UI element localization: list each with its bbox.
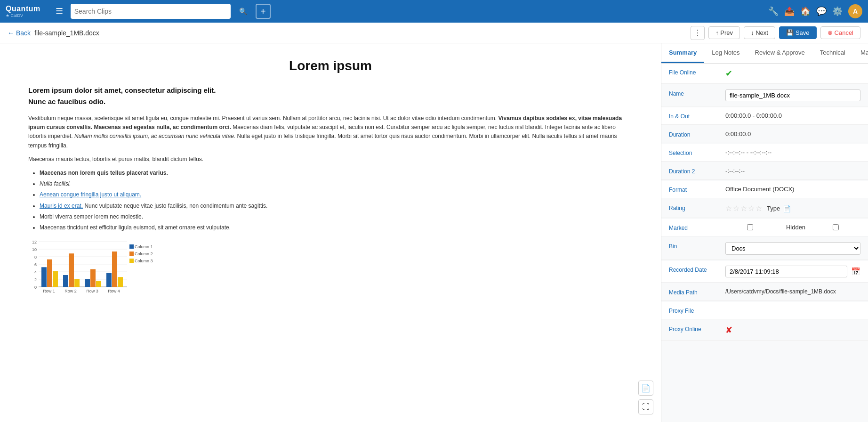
- bin-label: Bin: [669, 242, 725, 250]
- hidden-checkbox[interactable]: [811, 224, 860, 230]
- duration-value: 0:00:00.0: [725, 130, 860, 138]
- search-input[interactable]: [74, 8, 227, 15]
- next-button[interactable]: ↓ Next: [744, 26, 775, 39]
- svg-rect-26: [106, 273, 112, 287]
- breadcrumb-title: file-sample_1MB.docx: [34, 29, 99, 37]
- search-button[interactable]: 🔍: [234, 4, 252, 19]
- app-sub: ★ CatDV: [6, 13, 23, 18]
- name-label: Name: [669, 89, 725, 97]
- top-nav: Quantum ★ CatDV ☰ 🔍 + 🔧 📤 🏠 💬 ⚙️ A: [0, 0, 868, 23]
- format-label: Format: [669, 186, 725, 193]
- svg-text:Column 1: Column 1: [135, 244, 153, 249]
- svg-text:8: 8: [34, 255, 37, 260]
- in-out-row: In & Out 0:00:00.0 - 0:00:00.0: [661, 107, 868, 125]
- paragraph-1: Vestibulum neque massa, scelerisque sit …: [28, 114, 633, 150]
- proxy-online-row: Proxy Online ✘: [661, 320, 868, 341]
- back-label[interactable]: Back: [16, 29, 31, 37]
- settings-icon[interactable]: ⚙️: [832, 6, 843, 16]
- hidden-label: Hidden: [786, 224, 805, 231]
- file-online-status: ✔: [725, 68, 860, 79]
- name-value: [725, 89, 860, 101]
- list-item: Nulla facilisi.: [40, 179, 633, 188]
- cancel-button[interactable]: ⊗ Cancel: [820, 26, 860, 39]
- in-out-label: In & Out: [669, 112, 725, 120]
- list-icon-button[interactable]: ☰: [52, 4, 67, 18]
- svg-text:Row 2: Row 2: [64, 289, 77, 293]
- recorded-date-input[interactable]: [725, 266, 847, 277]
- add-button[interactable]: +: [256, 4, 271, 19]
- document-icon-button[interactable]: 📄: [638, 381, 653, 396]
- bin-value: Docs Media Projects Archive: [725, 242, 860, 255]
- breadcrumb-bar: ← Back file-sample_1MB.docx ⋮ ↑ Prev ↓ N…: [0, 23, 868, 43]
- duration-label: Duration: [669, 130, 725, 138]
- list-item: Maecenas tincidunt est efficitur ligula …: [40, 223, 633, 232]
- svg-text:Column 3: Column 3: [135, 259, 153, 263]
- save-button[interactable]: 💾 Save: [779, 26, 817, 39]
- selection-label: Selection: [669, 149, 725, 156]
- save-icon: 💾: [786, 29, 794, 36]
- rating-label: Rating: [669, 204, 725, 211]
- cancel-icon: ⊗: [828, 29, 833, 36]
- list-item: Aenean congue fringilla justo ut aliquam…: [40, 190, 633, 199]
- right-panel: Summary Log Notes Review & Approve Techn…: [661, 43, 868, 422]
- svg-rect-18: [63, 275, 68, 287]
- home-icon[interactable]: 🏠: [800, 6, 811, 16]
- action-bar: ⋮ ↑ Prev ↓ Next 💾 Save ⊗ Cancel: [691, 26, 860, 40]
- tab-summary[interactable]: Summary: [661, 43, 704, 63]
- proxy-online-label: Proxy Online: [669, 325, 725, 333]
- in-out-value: 0:00:00.0 - 0:00:00.0: [725, 112, 860, 119]
- avatar[interactable]: A: [848, 4, 862, 18]
- svg-text:Row 3: Row 3: [86, 289, 98, 293]
- bin-select[interactable]: Docs Media Projects Archive: [725, 242, 860, 255]
- recorded-date-label: Recorded Date: [669, 266, 725, 273]
- save-label: Save: [796, 29, 810, 36]
- chat-icon[interactable]: 💬: [816, 6, 827, 16]
- document-content-area: Lorem ipsum Lorem ipsum dolor sit amet, …: [0, 43, 661, 422]
- svg-rect-23: [90, 269, 96, 287]
- upload-icon[interactable]: 📤: [784, 6, 795, 16]
- svg-rect-34: [129, 259, 134, 263]
- more-options-button[interactable]: ⋮: [691, 26, 705, 40]
- calendar-icon[interactable]: 📅: [851, 267, 860, 276]
- svg-text:Row 4: Row 4: [108, 289, 120, 293]
- svg-text:6: 6: [34, 262, 37, 267]
- wrench-icon[interactable]: 🔧: [768, 6, 779, 16]
- rating-stars[interactable]: ☆☆☆☆☆: [725, 204, 763, 213]
- svg-rect-28: [118, 277, 123, 287]
- expand-icon-button[interactable]: ⛶: [638, 399, 653, 414]
- list-item: Maecenas non lorem quis tellus placerat …: [40, 169, 633, 178]
- media-path-value: /Users/catdvmy/Docs/file-sample_1MB.docx: [725, 288, 860, 295]
- svg-rect-32: [129, 252, 134, 256]
- media-path-label: Media Path: [669, 288, 725, 296]
- duration2-value: -:--:--:--: [725, 167, 860, 174]
- selection-value: -:--:--:-- - --:--:--:--: [725, 149, 860, 156]
- tab-technical[interactable]: Technical: [812, 43, 853, 63]
- tab-log-notes[interactable]: Log Notes: [704, 43, 747, 63]
- back-button[interactable]: ← Back: [8, 29, 31, 37]
- svg-text:12: 12: [32, 240, 37, 244]
- name-input[interactable]: [725, 89, 860, 101]
- list-link-2[interactable]: Mauris id ex erat.: [40, 203, 83, 209]
- logo: Quantum ★ CatDV: [6, 5, 40, 18]
- proxy-online-status: ✘: [725, 325, 860, 335]
- type-icon: 📄: [783, 205, 791, 212]
- svg-text:2: 2: [34, 277, 37, 282]
- chart-area: 12 10 8 6 4 2 0: [28, 240, 633, 308]
- file-online-label: File Online: [669, 68, 725, 76]
- app-name: Quantum: [6, 5, 40, 13]
- marked-row: Marked Hidden: [661, 219, 868, 236]
- duration2-row: Duration 2 -:--:--:--: [661, 162, 868, 180]
- svg-rect-15: [47, 260, 52, 287]
- marked-label: Marked: [669, 224, 725, 231]
- bin-row: Bin Docs Media Projects Archive: [661, 237, 868, 260]
- marked-checkbox[interactable]: [725, 224, 775, 230]
- main-layout: Lorem ipsum Lorem ipsum dolor sit amet, …: [0, 43, 868, 422]
- tab-review-approve[interactable]: Review & Approve: [747, 43, 812, 63]
- duration2-label: Duration 2: [669, 167, 725, 175]
- list-link-1[interactable]: Aenean congue fringilla justo ut aliquam…: [40, 191, 141, 198]
- marked-value: Hidden: [725, 224, 860, 231]
- prev-button[interactable]: ↑ Prev: [708, 26, 740, 39]
- recorded-date-value: 📅: [725, 266, 860, 277]
- svg-rect-22: [85, 279, 90, 287]
- tab-mark[interactable]: Mark: [853, 43, 868, 63]
